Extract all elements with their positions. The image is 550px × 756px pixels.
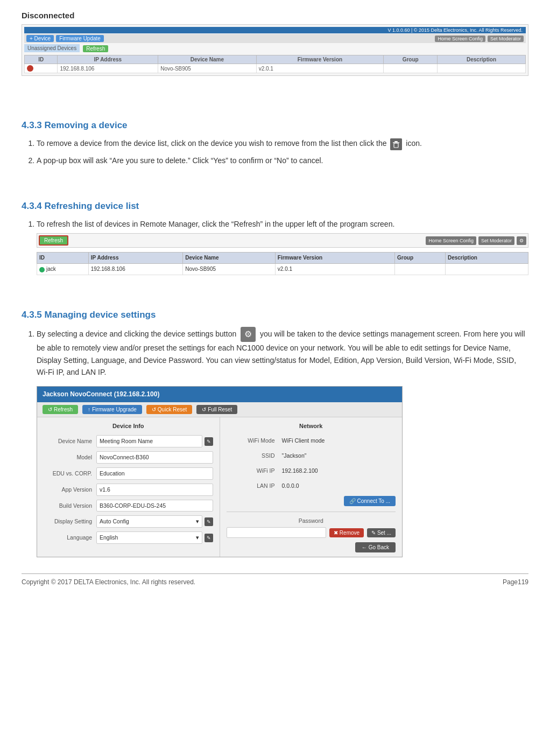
col-group: Group — [384, 55, 438, 64]
list-item-433-1: To remove a device from the device list,… — [37, 137, 528, 150]
refresh-button[interactable]: Refresh — [83, 45, 108, 52]
section-435-list: By selecting a device and clicking the d… — [37, 327, 528, 557]
step2-text: A pop-up box will ask “Are you sure to d… — [37, 156, 323, 165]
field-edu-corp: EDU vs. CORP. Education — [44, 467, 213, 480]
ref-cell-desc — [445, 264, 528, 275]
edit-display-icon[interactable]: ✎ — [205, 517, 213, 526]
set-moderator-btn: Set Moderator — [488, 36, 524, 42]
list-item-434-1: To refresh the list of devices in Remote… — [37, 218, 528, 275]
label-ssid: SSID — [227, 451, 275, 460]
footer: Copyright © 2017 DELTA Electronics, Inc.… — [22, 573, 528, 586]
panel-quickreset-btn[interactable]: ↺ Quick Reset — [146, 405, 192, 414]
value-edu-corp: Education — [96, 467, 213, 480]
field-model: Model NovoConnect-B360 — [44, 451, 213, 464]
svg-rect-0 — [390, 138, 402, 150]
col-firmware: Firmware Version — [256, 55, 384, 64]
field-lan-ip: LAN IP 0.0.0.0 — [227, 480, 396, 492]
version-bar: V 1.0.0.60 | © 2015 Delta Electronics, I… — [24, 27, 526, 33]
panel-body: Device Info Device Name Meeting Room Nam… — [37, 417, 402, 557]
password-label: Password — [227, 516, 396, 526]
ref-col-id: ID — [37, 253, 89, 264]
password-input[interactable] — [227, 527, 327, 538]
value-wifi-ip: 192.168.2.100 — [279, 465, 396, 477]
ref-col-desc: Description — [445, 253, 528, 264]
remove-button[interactable]: ✖ Remove — [329, 528, 364, 537]
section-434-heading: 4.3.4 Refreshing device list — [22, 201, 528, 212]
password-section: Password ✖ Remove ✎ Set ... — [227, 512, 396, 538]
panel-left: Device Info Device Name Meeting Room Nam… — [37, 417, 220, 557]
field-device-name: Device Name Meeting Room Name ✎ — [44, 435, 213, 447]
fullreset-icon: ↺ — [202, 407, 206, 412]
ref-col-ip: IP Address — [88, 253, 183, 264]
remove-icon: ✖ — [334, 530, 338, 536]
field-wifi-mode: WiFi Mode WiFi Client mode — [227, 435, 396, 446]
select-language[interactable]: English ▾ — [96, 531, 202, 544]
value-wifi-mode: WiFi Client mode — [279, 435, 396, 446]
ref-col-grp: Group — [395, 253, 446, 264]
svg-rect-2 — [394, 141, 398, 142]
step1-after-text: icon. — [406, 139, 422, 148]
value-app-version: v1.6 — [96, 484, 213, 496]
panel-firmware-btn[interactable]: ↑ Firmware Upgrade — [82, 405, 142, 414]
set-button[interactable]: ✎ Set ... — [367, 528, 396, 537]
label-wifi-mode: WiFi Mode — [227, 436, 275, 445]
panel-right: Network WiFi Mode WiFi Client mode SSID … — [220, 417, 403, 557]
cell-desc — [438, 64, 526, 73]
language-value: English — [100, 533, 118, 542]
refresh-btn-highlighted[interactable]: Refresh — [39, 235, 68, 246]
ref-cell-fw: v2.0.1 — [275, 264, 394, 275]
list-item-433-2: A pop-up box will ask “Are you sure to d… — [37, 155, 528, 166]
field-wifi-ip: WiFi IP 192.168.2.100 — [227, 465, 396, 477]
device-info-title: Device Info — [44, 422, 213, 431]
device-table: ID IP Address Device Name Firmware Versi… — [24, 55, 526, 73]
step1-435-before: By selecting a device and clicking the d… — [37, 330, 236, 338]
refresh-screenshot: Refresh Home Screen Config Set Moderator… — [37, 233, 528, 248]
connect-icon: 🔗 — [349, 498, 356, 504]
home-screen-config-btn: Home Screen Config — [435, 36, 485, 42]
label-build-version: Build Version — [44, 501, 92, 510]
panel-fullreset-btn[interactable]: ↺ Full Reset — [196, 405, 237, 414]
ref-cell-ip: 192.168.8.106 — [88, 264, 183, 275]
step1-434-text: To refresh the list of devices in Remote… — [37, 220, 394, 228]
quickreset-icon: ↺ — [152, 407, 156, 412]
device-panel: Jackson NovoConnect (192.168.2.100) ↺ Re… — [37, 386, 403, 558]
col-devname: Device Name — [158, 55, 256, 64]
goback-button[interactable]: ← Go Back — [355, 542, 396, 552]
connect-to-button[interactable]: 🔗 Connect To ... — [344, 496, 396, 506]
field-ssid: SSID "Jackson" — [227, 450, 396, 461]
edit-device-name-icon[interactable]: ✎ — [205, 437, 213, 446]
delete-icon — [390, 138, 402, 150]
field-display-setting: Display Setting Auto Config ▾ ✎ — [44, 515, 213, 528]
label-model: Model — [44, 453, 92, 462]
panel-refresh-btn[interactable]: ↺ Refresh — [43, 405, 78, 414]
set-mod-btn: Set Moderator — [478, 236, 514, 245]
disconnected-title: Disconnected — [22, 11, 528, 20]
network-title: Network — [227, 422, 396, 431]
label-wifi-ip: WiFi IP — [227, 466, 275, 475]
value-build-version: B360-CORP-EDU-DS-245 — [96, 500, 213, 512]
table-row: 192.168.8.106 Novo-SB905 v2.0.1 — [25, 64, 526, 73]
page-number: Page119 — [503, 578, 528, 586]
top-screenshot: V 1.0.0.60 | © 2015 Delta Electronics, I… — [22, 24, 528, 76]
ref-cell-id: jack — [37, 264, 89, 275]
device-button[interactable]: + Device — [26, 35, 54, 42]
password-row: ✖ Remove ✎ Set ... — [227, 527, 396, 538]
section-433-list: To remove a device from the device list,… — [37, 137, 528, 166]
cell-devname: Novo-SB905 — [158, 64, 256, 73]
chevron-down-icon-2: ▾ — [196, 533, 199, 542]
cell-group — [384, 64, 438, 73]
panel-toolbar: ↺ Refresh ↑ Firmware Upgrade ↺ Quick Res… — [37, 402, 402, 417]
cell-ip: 192.168.8.106 — [58, 64, 158, 73]
chevron-down-icon: ▾ — [196, 517, 199, 526]
select-display-setting[interactable]: Auto Config ▾ — [96, 515, 202, 528]
ref-col-name: Device Name — [183, 253, 275, 264]
firmware-update-button[interactable]: Firmware Update — [56, 35, 104, 42]
section-433-heading: 4.3.3 Removing a device — [22, 120, 528, 131]
settings-gear-icon: ⚙ — [241, 327, 256, 342]
copyright-text: Copyright © 2017 DELTA Electronics, Inc.… — [22, 578, 195, 586]
ref-cell-grp — [395, 264, 446, 275]
label-display-setting: Display Setting — [44, 517, 92, 526]
set-icon: ✎ — [371, 530, 376, 536]
edit-language-icon[interactable]: ✎ — [205, 534, 213, 542]
field-build-version: Build Version B360-CORP-EDU-DS-245 — [44, 500, 213, 512]
